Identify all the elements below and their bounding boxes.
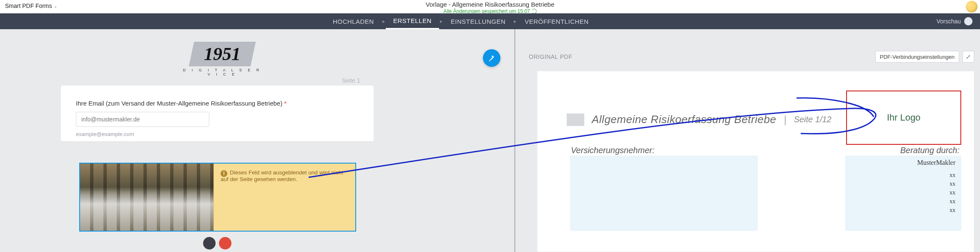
required-star-icon: * (284, 100, 286, 107)
delete-circle-button[interactable] (219, 237, 231, 249)
beratung-line: xx (851, 179, 955, 188)
form-card: Ihre Email (zum Versand der Muster-Allge… (61, 86, 374, 141)
chevron-right-icon: ▸ (513, 18, 517, 24)
pdf-sheet: Allgemeine Risikoerfassung Betriebe | Se… (537, 71, 974, 252)
settings-circle-button[interactable] (203, 237, 216, 249)
email-input[interactable] (76, 112, 209, 127)
versicherungsnehmer-box[interactable] (570, 156, 758, 231)
step-einstellungen[interactable]: EINSTELLUNGEN (443, 13, 513, 29)
beratung-line: xx (851, 206, 955, 214)
top-header: Smart PDF Forms ⌄ Vorlage - Allgemeine R… (0, 0, 980, 13)
expand-icon: ⤢ (966, 53, 971, 60)
field-action-buttons (203, 237, 231, 249)
logo-upload-box[interactable]: Ihr Logo (846, 91, 961, 145)
beratung-line: xx (851, 188, 955, 197)
chevron-down-icon: ⌄ (54, 4, 57, 8)
main-split: 1951 D I G I T A L S E R V I C E Seite 1… (0, 29, 980, 252)
form-logo: 1951 D I G I T A L S E R V I C E (179, 42, 265, 76)
step-veroeffentlichen[interactable]: VERÖFFENTLICHEN (517, 13, 596, 29)
magic-wand-icon (487, 54, 496, 62)
brand-dropdown[interactable]: Smart PDF Forms ⌄ (5, 3, 57, 9)
warning-icon: ! (221, 170, 227, 177)
trucks-image (80, 164, 214, 231)
chevron-right-icon: ▸ (439, 18, 443, 24)
original-pdf-header: ORIGINAL PDF (529, 53, 572, 60)
email-field-hint: example@example.com (76, 131, 359, 137)
preview-toggle[interactable]: Vorschau (937, 13, 972, 29)
beratung-label: Beratung durch: (900, 146, 960, 155)
step-nav: HOCHLADEN ▸ ERSTELLEN ▸ EINSTELLUNGEN ▸ … (0, 13, 980, 29)
expand-button[interactable]: ⤢ (962, 51, 974, 63)
versicherungsnehmer-label: Versicherungsnehmer: (571, 146, 654, 155)
step-hochladen[interactable]: HOCHLADEN (325, 13, 382, 29)
beratung-line: xx (851, 197, 955, 206)
form-page-number: Seite 1 (342, 77, 360, 84)
magic-wand-button[interactable] (483, 49, 500, 67)
hidden-warning: !Dieses Feld wird ausgeblendet und wird … (214, 164, 355, 231)
pdf-connection-settings-button[interactable]: PDF-Verbindungseinstellungen (875, 51, 959, 63)
chevron-right-icon: ▸ (382, 18, 386, 24)
toggle-icon (964, 17, 972, 25)
step-erstellen[interactable]: ERSTELLEN (386, 13, 439, 29)
form-editor-pane: 1951 D I G I T A L S E R V I C E Seite 1… (0, 29, 515, 252)
document-title-block: Vorlage - Allgemeine Risikoerfassung Bet… (426, 1, 555, 14)
beratung-line: xx (851, 171, 955, 179)
document-title: Vorlage - Allgemeine Risikoerfassung Bet… (426, 1, 555, 8)
logo-placeholder-square (567, 113, 584, 126)
account-avatar[interactable] (966, 1, 977, 13)
hidden-field-block[interactable]: !Dieses Feld wird ausgeblendet und wird … (79, 163, 356, 232)
original-pdf-pane: ORIGINAL PDF PDF-Verbindungseinstellunge… (515, 29, 980, 252)
pdf-title-row: Allgemeine Risikoerfassung Betriebe | Se… (567, 113, 832, 126)
beratung-box[interactable]: MusterMakler xx xx xx xx xx (845, 156, 961, 231)
brand-label: Smart PDF Forms (5, 3, 52, 9)
email-field-label: Ihre Email (zum Versand der Muster-Allge… (76, 100, 359, 107)
beratung-name: MusterMakler (851, 159, 955, 166)
divider-icon: | (784, 114, 786, 126)
